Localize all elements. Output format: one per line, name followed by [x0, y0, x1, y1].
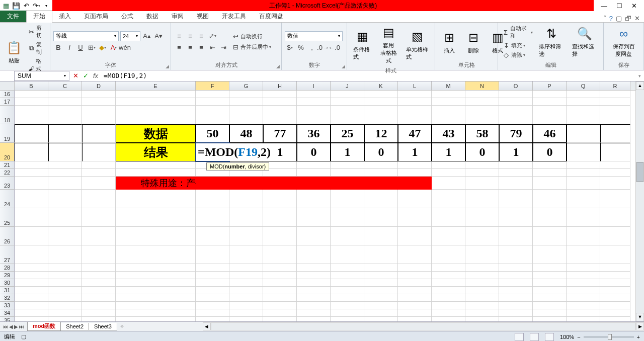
zoom-level[interactable]: 100% — [560, 334, 574, 340]
phonetic-icon[interactable]: wén — [120, 43, 130, 53]
cell[interactable] — [229, 279, 263, 287]
tab-insert[interactable]: 插入 — [52, 11, 77, 22]
column-header[interactable]: N — [465, 81, 499, 90]
cell[interactable] — [398, 106, 432, 124]
fill-color-icon[interactable]: ◆ — [98, 43, 108, 53]
cell[interactable] — [229, 264, 263, 272]
cell[interactable] — [297, 287, 331, 294]
name-box[interactable]: SUM▾ — [14, 71, 69, 81]
cell[interactable] — [465, 245, 499, 264]
cell[interactable] — [116, 317, 196, 321]
cell[interactable] — [465, 279, 499, 287]
cell[interactable] — [499, 264, 533, 272]
cell[interactable] — [533, 317, 567, 321]
border-icon[interactable]: ⊞ — [87, 43, 97, 53]
scroll-thumb[interactable] — [636, 162, 643, 182]
cell[interactable] — [82, 279, 116, 287]
cell[interactable] — [499, 190, 533, 208]
cell[interactable]: 46 — [533, 124, 567, 143]
cell[interactable] — [364, 106, 398, 124]
cell[interactable] — [331, 169, 364, 177]
cell[interactable] — [600, 264, 630, 272]
cell[interactable] — [263, 309, 297, 317]
cell[interactable] — [331, 208, 364, 227]
cell[interactable]: 43 — [432, 124, 465, 143]
cell[interactable] — [465, 208, 499, 227]
select-all-corner[interactable] — [0, 81, 15, 90]
bold-icon[interactable]: B — [53, 43, 63, 53]
tab-data[interactable]: 数据 — [140, 11, 165, 22]
cell[interactable]: 77 — [263, 124, 297, 143]
cell[interactable] — [263, 190, 297, 208]
cell[interactable] — [499, 245, 533, 264]
cell[interactable] — [229, 177, 263, 190]
cell[interactable] — [297, 317, 331, 321]
cell[interactable] — [48, 177, 82, 190]
cell[interactable]: 50 — [196, 124, 229, 143]
sheet-tab[interactable]: Sheet3 — [89, 323, 117, 330]
cell[interactable] — [567, 91, 600, 98]
align-center-icon[interactable]: ≡ — [185, 43, 195, 53]
row-header[interactable]: 34 — [0, 309, 15, 317]
cell[interactable] — [600, 98, 630, 106]
cell[interactable] — [263, 245, 297, 264]
cell[interactable] — [196, 106, 229, 124]
last-sheet-icon[interactable]: ⏭ — [19, 324, 24, 329]
cell[interactable] — [297, 227, 331, 245]
minimize-ribbon-icon[interactable]: ˇ — [604, 15, 606, 22]
cell[interactable] — [600, 317, 630, 321]
cell[interactable] — [432, 309, 465, 317]
cell[interactable] — [116, 161, 196, 169]
cell[interactable] — [263, 279, 297, 287]
dialog-launcher-icon[interactable]: ◢ — [342, 64, 345, 69]
ribbon-min-icon[interactable]: ▢ — [616, 15, 622, 22]
horizontal-scrollbar[interactable]: ◀ ▶ — [203, 322, 644, 330]
zoom-in-icon[interactable]: + — [637, 334, 640, 340]
cell[interactable] — [398, 177, 432, 190]
cell[interactable] — [263, 208, 297, 227]
cell[interactable] — [533, 190, 567, 208]
cell[interactable] — [533, 227, 567, 245]
paste-button[interactable]: 📋粘贴 — [3, 39, 25, 65]
cell[interactable] — [600, 309, 630, 317]
vertical-scrollbar[interactable]: ▲ ▼ — [635, 81, 644, 321]
ribbon-restore-icon[interactable]: 🗗 — [625, 15, 631, 22]
cell[interactable] — [364, 91, 398, 98]
cell[interactable] — [229, 106, 263, 124]
cell[interactable] — [297, 264, 331, 272]
cell[interactable] — [432, 317, 465, 321]
cell[interactable] — [600, 245, 630, 264]
cell[interactable] — [331, 264, 364, 272]
cell[interactable] — [499, 106, 533, 124]
cell[interactable] — [82, 177, 116, 190]
row-header[interactable]: 28 — [0, 264, 15, 272]
cell[interactable] — [196, 309, 229, 317]
cell[interactable] — [600, 161, 630, 169]
cell[interactable] — [116, 169, 196, 177]
cell[interactable] — [229, 190, 263, 208]
cell[interactable] — [196, 272, 229, 279]
cell[interactable]: 25 — [331, 124, 364, 143]
scroll-up-icon[interactable]: ▲ — [636, 81, 644, 90]
qat-customize-icon[interactable]: ▾ — [42, 2, 50, 10]
cell[interactable] — [48, 272, 82, 279]
redo-icon[interactable]: ↷ — [32, 2, 40, 10]
cell[interactable] — [398, 98, 432, 106]
cell[interactable] — [600, 190, 630, 208]
cell[interactable] — [196, 177, 229, 190]
cell[interactable] — [567, 264, 600, 272]
macro-record-icon[interactable]: ▢ — [21, 333, 26, 340]
cell[interactable] — [398, 317, 432, 321]
cell[interactable] — [600, 143, 630, 161]
cell[interactable] — [116, 106, 196, 124]
column-header[interactable]: C — [48, 81, 82, 90]
cell[interactable] — [229, 208, 263, 227]
cell[interactable] — [263, 264, 297, 272]
cell[interactable] — [432, 190, 465, 208]
enter-formula-icon[interactable]: ✓ — [80, 72, 91, 79]
cell[interactable] — [533, 302, 567, 309]
tab-home[interactable]: 开始 — [26, 10, 52, 23]
cell[interactable] — [432, 302, 465, 309]
cell[interactable] — [82, 106, 116, 124]
cell[interactable] — [364, 264, 398, 272]
